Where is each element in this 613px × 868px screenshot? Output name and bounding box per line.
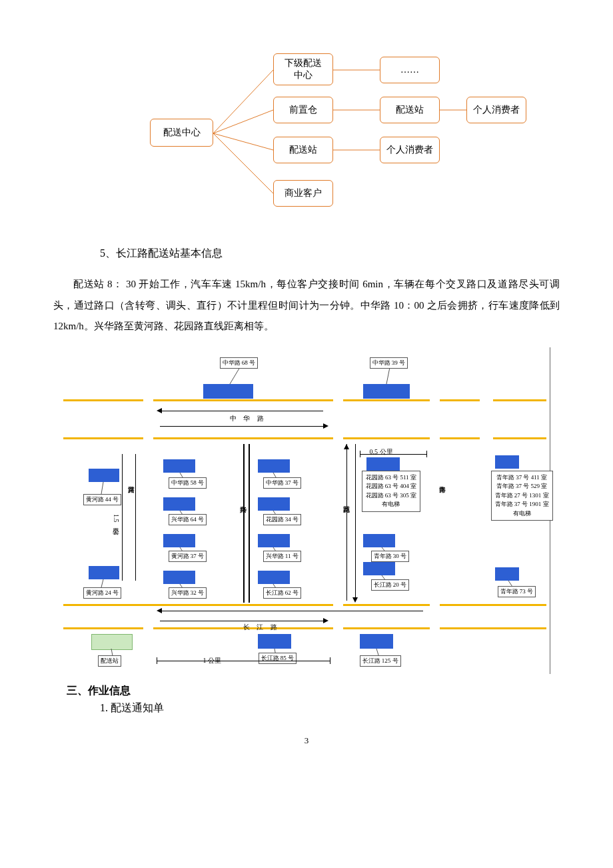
text-changjiang-road: 长 江 路 [243,623,280,632]
heading-3: 三、作业信息 [67,684,573,698]
label-zh58: 中华路 58 号 [169,477,207,489]
label-zh39: 中华路 39 号 [370,357,408,369]
label-cj125: 长江路 125 号 [360,655,401,667]
svg-line-1 [213,110,273,133]
label-cj62: 长江路 62 号 [263,587,302,599]
svg-line-11 [101,579,103,587]
node-station-2: 配送站 [380,97,440,123]
node-ellipsis: …… [380,57,440,83]
street-map-diagram: 中华路 68 号 中华路 39 号 黄河路 44 号 黄河路 24 号 中华路 … [63,347,550,674]
node-consumer-2: 个人消费者 [466,97,526,123]
text-05km: 0.5 公里 [370,447,393,457]
node-front-warehouse: 前置仓 [273,97,333,123]
label-hh24: 黄河路 24 号 [83,587,122,599]
svg-line-10 [101,482,103,494]
label-xh32: 兴华路 32 号 [169,587,207,599]
label-station: 配送站 [98,655,121,667]
page-number: 3 [40,735,573,746]
label-zh68: 中华路 68 号 [220,357,259,369]
label-qn30: 青年路 30 号 [371,551,410,562]
label-xh11: 兴华路 11 号 [263,551,301,562]
svg-line-9 [386,367,390,384]
paragraph-station-info: 配送站 8： 30 开始工作，汽车车速 15km/h，每位客户交接时间 6min… [53,274,560,337]
node-consumer-1: 个人消费者 [380,137,440,163]
svg-line-8 [230,367,240,384]
node-sub-center: 下级配送 中心 [273,53,333,85]
label-hh37: 黄河路 37 号 [169,551,207,562]
node-station: 配送站 [273,137,333,163]
label-hy63-block: 花园路 63 号 511 室 花园路 63 号 404 室 花园路 63 号 3… [362,471,421,512]
node-biz-customer: 商业客户 [273,180,333,207]
subheading-1: 1. 配送通知单 [100,701,573,715]
text-zhonghua-road: 中 华 路 [230,414,267,423]
svg-line-0 [213,70,273,133]
text-15km: 1.5公里 [111,514,121,523]
label-qn73: 青年路 73 号 [498,586,536,597]
heading-5: 5、长江路配送站基本信息 [100,247,573,261]
label-cj85: 长江路 85 号 [259,653,297,664]
label-qn37-block: 青年路 37 号 411 室 青年路 37 号 529 室 青年路 27 号 1… [491,471,553,521]
label-hy34: 花园路 34 号 [263,514,302,525]
label-hh44: 黄河路 44 号 [83,494,122,505]
distribution-tree-diagram: 配送中心 下级配送 中心 前置仓 配送站 商业客户 …… 配送站 个人消费者 个… [80,40,573,227]
label-xh64: 兴华路 64 号 [169,514,207,525]
svg-line-2 [213,133,273,150]
label-zh37: 中华路 37 号 [263,477,302,489]
node-root: 配送中心 [150,119,213,147]
svg-line-3 [213,133,273,193]
label-cj20: 长江路 20 号 [371,579,410,591]
